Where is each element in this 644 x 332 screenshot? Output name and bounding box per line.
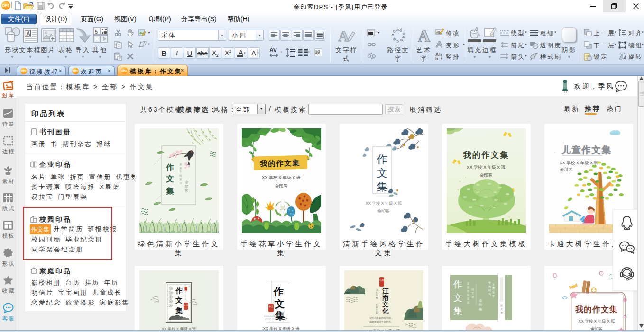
svg-text:学: 学 bbox=[488, 281, 491, 284]
svg-text:文: 文 bbox=[471, 291, 474, 295]
svg-text:XX 学校 X 年级 X 班: XX 学校 X 年级 X 班 bbox=[579, 319, 615, 323]
svg-text:客: 客 bbox=[185, 189, 188, 192]
svg-text:学: 学 bbox=[179, 170, 182, 173]
svg-text:校: 校 bbox=[179, 174, 182, 177]
svg-text:印: 印 bbox=[479, 303, 482, 306]
svg-text:文: 文 bbox=[166, 174, 174, 183]
svg-text:客: 客 bbox=[479, 307, 482, 311]
svg-text:印: 印 bbox=[185, 185, 188, 188]
svg-text:级: 级 bbox=[471, 288, 474, 291]
svg-text:b: b bbox=[390, 33, 395, 37]
svg-text:作: 作 bbox=[453, 279, 463, 289]
svg-text:情: 情 bbox=[375, 296, 378, 300]
svg-text:XX 学校 X 年级 X 班: XX 学校 X 年级 X 班 bbox=[560, 161, 598, 165]
svg-text:赋: 赋 bbox=[170, 300, 172, 303]
svg-text:金印客: 金印客 bbox=[480, 173, 493, 178]
svg-text:金印: 金印 bbox=[184, 304, 188, 306]
svg-text:江: 江 bbox=[382, 287, 389, 295]
svg-text:XX 学校 X 年级 X 班: XX 学校 X 年级 X 班 bbox=[366, 201, 402, 206]
svg-text:AV: AV bbox=[269, 47, 277, 54]
svg-text:A: A bbox=[338, 27, 349, 44]
svg-text:作: 作 bbox=[166, 163, 174, 172]
svg-text:班: 班 bbox=[179, 182, 182, 185]
svg-text:作: 作 bbox=[273, 286, 284, 297]
svg-text:乐: 乐 bbox=[492, 291, 495, 294]
svg-text:b: b bbox=[399, 38, 404, 44]
svg-text:A: A bbox=[418, 27, 430, 45]
svg-text:班: 班 bbox=[467, 301, 469, 304]
svg-text:某: 某 bbox=[179, 178, 182, 181]
svg-text:文: 文 bbox=[175, 296, 183, 304]
svg-text:歌: 歌 bbox=[170, 296, 172, 299]
svg-text:文: 文 bbox=[453, 293, 462, 303]
svg-text:亦: 亦 bbox=[492, 287, 495, 290]
svg-text:A: A bbox=[26, 30, 30, 37]
svg-text:我的作文集: 我的作文集 bbox=[575, 305, 618, 314]
svg-text:作: 作 bbox=[175, 287, 183, 295]
svg-text:金印客: 金印客 bbox=[377, 208, 390, 213]
svg-text:南: 南 bbox=[382, 294, 389, 301]
svg-text:诗: 诗 bbox=[169, 287, 172, 290]
svg-text:不: 不 bbox=[492, 283, 495, 286]
svg-text:金印客: 金印客 bbox=[560, 167, 572, 172]
svg-text:c: c bbox=[391, 29, 396, 34]
svg-text:c: c bbox=[396, 39, 399, 44]
svg-text:校: 校 bbox=[466, 294, 469, 296]
svg-text:b: b bbox=[439, 53, 442, 57]
svg-text:作: 作 bbox=[377, 153, 388, 165]
svg-text:南: 南 bbox=[376, 312, 378, 314]
svg-text:时: 时 bbox=[488, 289, 491, 292]
svg-text:儿童作文集: 儿童作文集 bbox=[561, 145, 612, 155]
svg-text:词: 词 bbox=[169, 291, 172, 294]
svg-text:选: 选 bbox=[471, 296, 474, 299]
svg-text:江南: 江南 bbox=[380, 279, 385, 281]
svg-text:集: 集 bbox=[377, 180, 388, 193]
svg-text:乎: 乎 bbox=[492, 295, 495, 297]
svg-text:集: 集 bbox=[166, 187, 174, 196]
svg-text:XX 学校 X 年级 X 班: XX 学校 X 年级 X 班 bbox=[467, 165, 506, 170]
svg-text:某: 某 bbox=[179, 167, 182, 170]
svg-text:b: b bbox=[435, 56, 438, 61]
svg-text:我的作文集: 我的作文集 bbox=[462, 150, 509, 160]
svg-text:文: 文 bbox=[377, 167, 388, 179]
svg-text:天: 天 bbox=[500, 308, 503, 311]
svg-text:某: 某 bbox=[179, 163, 182, 166]
svg-text:c: c bbox=[402, 32, 407, 35]
svg-text:口口口 口口口口: 口口口 口口口口 bbox=[265, 318, 281, 321]
svg-text:学: 学 bbox=[467, 290, 469, 293]
svg-text:集: 集 bbox=[170, 304, 172, 307]
svg-text:文: 文 bbox=[274, 298, 285, 310]
svg-text:5: 5 bbox=[95, 29, 98, 35]
svg-text:中文: 中文 bbox=[269, 305, 274, 308]
svg-text:金印客: 金印客 bbox=[275, 184, 288, 188]
svg-text:而: 而 bbox=[488, 285, 491, 288]
svg-text:记忆山水如画般美丽，: 记忆山水如画般美丽， bbox=[369, 316, 393, 320]
svg-text:习: 习 bbox=[488, 293, 491, 296]
svg-text:金: 金 bbox=[479, 299, 482, 302]
svg-text:某: 某 bbox=[467, 297, 469, 300]
svg-text:下: 下 bbox=[500, 312, 503, 314]
svg-text:某: 某 bbox=[467, 286, 469, 289]
svg-text:某: 某 bbox=[467, 282, 469, 285]
svg-text:如梦般如诗午后时光。: 如梦般如诗午后时光。 bbox=[369, 320, 393, 323]
svg-text:惟: 惟 bbox=[500, 304, 503, 307]
svg-text:化: 化 bbox=[382, 307, 389, 314]
svg-text:集: 集 bbox=[175, 306, 183, 314]
svg-text:口口口口口口口: 口口口口口口口 bbox=[264, 315, 279, 317]
svg-text:XX 学校 X 年级 X 班: XX 学校 X 年级 X 班 bbox=[262, 175, 301, 180]
svg-text:我的作文集: 我的作文集 bbox=[259, 159, 300, 168]
svg-text:文: 文 bbox=[382, 301, 389, 308]
svg-text:a: a bbox=[391, 36, 396, 42]
svg-text:集: 集 bbox=[453, 306, 462, 316]
svg-text:金: 金 bbox=[185, 180, 188, 184]
